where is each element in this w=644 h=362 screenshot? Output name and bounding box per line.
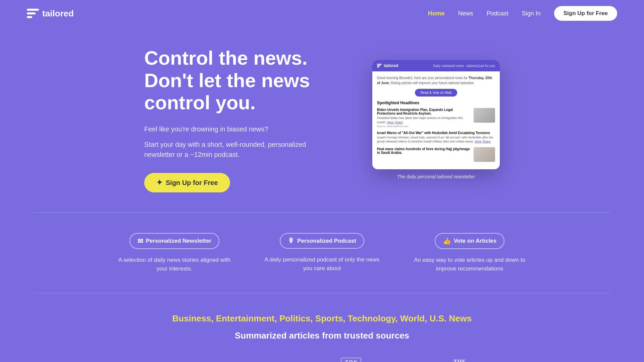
svg-rect-3 [377, 64, 382, 65]
article-2-body: Israel's Foreign Minister, Israel Katz, … [377, 135, 495, 144]
navbar: tailored Home News Podcast Sign In Sign … [0, 0, 644, 27]
article-1-image [474, 108, 495, 123]
feature-vote-label: Vote on Articles [454, 238, 497, 244]
svg-rect-4 [377, 65, 380, 66]
thumbsup-icon: 👍 [443, 237, 451, 245]
article-1-body: President Biden has taken two major acti… [377, 116, 471, 124]
newsletter-section-title: Spotlighted Headlines [377, 101, 495, 105]
feature-podcast-label: Personalized Podcast [297, 238, 356, 244]
hero-description: Start your day with a short, well-rounde… [144, 139, 332, 160]
feature-vote: 👍 Vote on Articles An easy way to vote a… [409, 233, 530, 273]
hero-title-line1: Control the news. [144, 47, 308, 69]
newsletter-body: Good morning Benedict, here are your per… [372, 71, 500, 169]
feature-newsletter-desc: A selection of daily news stories aligne… [114, 256, 235, 273]
newsletter-article-1: Biden Unveils Immigration Plan, Expands … [377, 108, 495, 127]
svg-rect-5 [377, 67, 379, 68]
newsletter-preview-wrapper: tailored Daily unbiased news - tailored … [372, 60, 500, 179]
envelope-icon: ✉ [138, 237, 143, 245]
newsletter-article-2: Israel Warns of "All-Out War" with Hezbo… [377, 131, 495, 144]
nav-links: Home News Podcast Sign In Sign Up for Fr… [428, 6, 617, 21]
feature-vote-badge[interactable]: 👍 Vote on Articles [435, 233, 505, 249]
hero-subtitle: Feel like you're drowning in biased news… [144, 124, 332, 134]
nav-podcast[interactable]: Podcast [487, 10, 508, 17]
svg-rect-2 [27, 16, 32, 18]
hero-section: Control the news. Don't let the news con… [0, 27, 644, 213]
newsletter-caption: The daily personal tailored newsletter [372, 174, 500, 179]
newsletter-greeting: Good morning Benedict, here are your per… [377, 75, 495, 85]
article-3-title: Heat wave claims hundreds of lives durin… [377, 147, 471, 155]
foxnews-label: FOX [345, 360, 357, 362]
feature-podcast: 🎙 Personalized Podcast A daily personali… [262, 233, 382, 273]
article-1-title: Biden Unveils Immigration Plan, Expands … [377, 108, 471, 115]
logo-foxnews[interactable]: FOX NEWS [341, 358, 361, 362]
article-2-title: Israel Warns of "All-Out War" with Hezbo… [377, 131, 495, 135]
newsletter-logo: tailored [377, 63, 398, 68]
hero-title-line3: control you. [144, 92, 256, 113]
newsletter-article-3: Heat wave claims hundreds of lives durin… [377, 147, 495, 162]
nav-news[interactable]: News [458, 10, 473, 17]
newsletter-tagline: Daily unbiased news - tailored just for … [433, 64, 495, 68]
article-1-text: Biden Unveils Immigration Plan, Expands … [377, 108, 471, 127]
brand-logo[interactable]: tailored [27, 8, 74, 19]
feature-newsletter-badge[interactable]: ✉ Personalized Newsletter [129, 233, 220, 249]
svg-rect-1 [27, 12, 36, 14]
tailored-logo-icon [27, 9, 39, 18]
sources-subtitle: Summarized articles from trusted sources [67, 330, 577, 341]
feature-podcast-badge[interactable]: 🎙 Personalized Podcast [280, 233, 364, 249]
spark-icon: ✦ [156, 178, 162, 187]
feature-newsletter-label: Personalized Newsletter [146, 238, 212, 244]
hero-signup-label: Sign Up for Free [166, 179, 218, 187]
features-section: ✉ Personalized Newsletter A selection of… [0, 213, 644, 293]
navbar-signup-button[interactable]: Sign Up for Free [554, 6, 617, 21]
newsletter-brand: tailored [384, 63, 398, 68]
feature-newsletter: ✉ Personalized Newsletter A selection of… [114, 233, 235, 273]
newsletter-preview: tailored Daily unbiased news - tailored … [372, 60, 500, 169]
newsletter-logo-icon [377, 64, 382, 68]
newsletter-read-btn[interactable]: Read & Vote on Web [415, 89, 457, 97]
logo-thehill[interactable]: THEHILL [452, 359, 467, 362]
newsletter-header: tailored Daily unbiased news - tailored … [372, 60, 500, 71]
article-1-source: Source: www.nytimes.com [377, 125, 471, 128]
brand-name: tailored [42, 8, 74, 19]
feature-vote-desc: An easy way to vote articles up and down… [409, 256, 530, 273]
article-3-text: Heat wave claims hundreds of lives durin… [377, 147, 471, 155]
logos-row-1: POLITICO ☁ NBC 𝐇𝐔𝐅𝐅𝐏𝐎𝐒𝐓 FOX NEWS USA TOD… [67, 358, 577, 362]
article-3-image [474, 147, 495, 162]
hero-signup-button[interactable]: ✦ Sign Up for Free [144, 173, 230, 192]
hero-text: Control the news. Don't let the news con… [144, 47, 332, 192]
sources-categories: Business, Entertainment, Politics, Sport… [67, 313, 577, 324]
microphone-icon: 🎙 [288, 237, 294, 245]
thehill-label: THEHILL [452, 359, 467, 362]
hero-title-line2: Don't let the news [144, 69, 310, 91]
svg-rect-0 [27, 9, 39, 11]
nav-home[interactable]: Home [428, 10, 445, 17]
sources-section: Business, Entertainment, Politics, Sport… [0, 293, 644, 362]
hero-title: Control the news. Don't let the news con… [144, 47, 332, 114]
nav-signin[interactable]: Sign In [522, 10, 541, 17]
article-2-text: Israel Warns of "All-Out War" with Hezbo… [377, 131, 495, 144]
feature-podcast-desc: A daily personalized podcast of only the… [262, 255, 382, 273]
